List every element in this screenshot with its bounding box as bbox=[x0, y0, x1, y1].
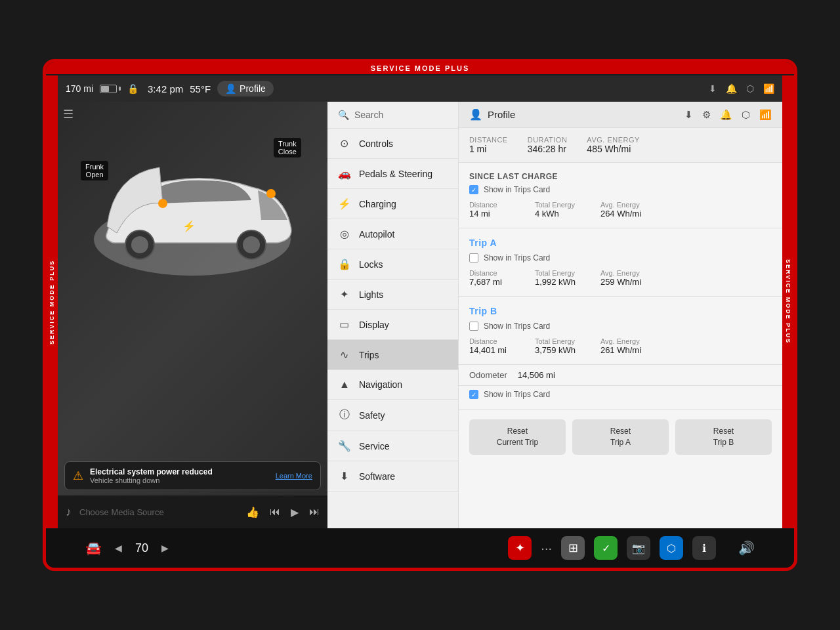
profile-button[interactable]: 👤 Profile bbox=[217, 81, 274, 96]
taskbar-app-info[interactable]: ℹ bbox=[692, 536, 716, 560]
odometer-checkbox[interactable] bbox=[469, 390, 478, 399]
center-menu: 🔍 Search ⊙ Controls 🚗 Pedals & Steering … bbox=[327, 102, 459, 528]
locks-label: Locks bbox=[359, 259, 383, 270]
menu-item-navigation[interactable]: ▲ Navigation bbox=[327, 370, 458, 400]
battery-icon bbox=[100, 85, 121, 93]
reset-trip-a-button[interactable]: Reset Trip A bbox=[572, 419, 669, 455]
car-svg: ⚡ bbox=[68, 135, 317, 305]
menu-item-service[interactable]: 🔧 Service bbox=[327, 431, 458, 461]
media-source-text[interactable]: Choose Media Source bbox=[79, 507, 238, 517]
locks-icon: 🔒 bbox=[338, 258, 351, 270]
navigation-label: Navigation bbox=[359, 379, 402, 390]
trip-a-total-energy: Total Energy 1,992 kWh bbox=[535, 269, 587, 287]
taskbar-app-bluetooth[interactable]: ⬡ bbox=[660, 536, 683, 560]
pedals-icon: 🚗 bbox=[338, 167, 351, 180]
lights-icon: ✦ bbox=[338, 288, 351, 301]
signal-profile-icon[interactable]: 📶 bbox=[759, 109, 772, 121]
volume-icon[interactable]: 🔊 bbox=[738, 540, 755, 556]
taskbar-apps: ✦ ··· ⊞ ✓ 📷 ⬡ ℹ 🔊 bbox=[508, 536, 755, 560]
svg-point-4 bbox=[243, 236, 260, 253]
svg-text:⚡: ⚡ bbox=[182, 220, 196, 232]
bluetooth-profile-icon[interactable]: ⬡ bbox=[742, 109, 750, 121]
profile-header-title: Profile bbox=[488, 109, 516, 120]
trip-a-checkbox[interactable] bbox=[469, 253, 478, 262]
summary-duration: Duration 346:28 hr bbox=[528, 136, 568, 154]
display-label: Display bbox=[359, 320, 389, 330]
search-row[interactable]: 🔍 Search bbox=[327, 102, 458, 129]
slc-total-energy-label: Total Energy bbox=[535, 201, 587, 209]
summary-avg-energy-label: Avg. Energy bbox=[587, 136, 639, 144]
summary-avg-energy-value: 485 Wh/mi bbox=[587, 144, 639, 154]
pedals-label: Pedals & Steering bbox=[359, 169, 432, 179]
summary-section: Distance 1 mi Duration 346:28 hr Avg. En… bbox=[459, 128, 782, 163]
taskbar-app-grid[interactable]: ⊞ bbox=[561, 536, 585, 560]
reset-buttons-row: Reset Current Trip Reset Trip A Reset Tr… bbox=[459, 410, 782, 464]
since-last-charge-stats: Distance 14 mi Total Energy 4 kWh Avg. E… bbox=[469, 201, 772, 219]
menu-item-controls[interactable]: ⊙ Controls bbox=[327, 129, 458, 159]
speed-display: 70 bbox=[135, 541, 148, 555]
trip-b-checkbox-row: Show in Trips Card bbox=[469, 322, 772, 331]
download-icon: ⬇ bbox=[709, 83, 717, 94]
trip-b-total-energy-value: 3,759 kWh bbox=[535, 345, 587, 355]
search-icon: 🔍 bbox=[338, 110, 349, 120]
lights-label: Lights bbox=[359, 289, 383, 300]
time-display: 3:42 pm bbox=[148, 83, 183, 94]
odometer-checkbox-label: Show in Trips Card bbox=[484, 390, 550, 399]
menu-item-display[interactable]: ▭ Display bbox=[327, 310, 458, 340]
profile-icons-row: ⬇ ⚙ 🔔 ⬡ 📶 bbox=[684, 109, 772, 121]
learn-more-link[interactable]: Learn More bbox=[276, 472, 312, 480]
autopilot-label: Autopilot bbox=[359, 229, 394, 240]
taskbar-app-red[interactable]: ✦ bbox=[508, 536, 532, 560]
summary-distance-label: Distance bbox=[469, 136, 508, 144]
trip-a-avg-energy: Avg. Energy 259 Wh/mi bbox=[600, 269, 653, 287]
signal-icon: 📶 bbox=[763, 83, 774, 94]
svg-point-5 bbox=[158, 199, 167, 208]
speed-increase-button[interactable]: ▶ bbox=[161, 543, 169, 553]
menu-item-autopilot[interactable]: ◎ Autopilot bbox=[327, 219, 458, 249]
taskbar-car-icon[interactable]: 🚘 bbox=[85, 540, 102, 556]
taskbar-app-green[interactable]: ✓ bbox=[594, 536, 618, 560]
software-label: Software bbox=[359, 471, 395, 482]
menu-item-pedals[interactable]: 🚗 Pedals & Steering bbox=[327, 159, 458, 189]
settings-profile-icon[interactable]: ⚙ bbox=[702, 109, 711, 121]
menu-item-safety[interactable]: ⓘ Safety bbox=[327, 400, 458, 431]
trip-a-section: Trip A Show in Trips Card Distance 7,687… bbox=[459, 228, 782, 297]
reset-current-trip-button[interactable]: Reset Current Trip bbox=[469, 419, 566, 455]
trip-b-checkbox[interactable] bbox=[469, 322, 478, 331]
trip-b-section: Trip B Show in Trips Card Distance 14,40… bbox=[459, 297, 782, 365]
previous-track-button[interactable]: ⏮ bbox=[270, 506, 280, 518]
trip-b-distance-label: Distance bbox=[469, 337, 522, 345]
taskbar-more-icon[interactable]: ··· bbox=[541, 541, 552, 556]
reset-trip-b-button[interactable]: Reset Trip B bbox=[675, 419, 772, 455]
service-banner-left: SERVICE MODE PLUS bbox=[46, 75, 58, 528]
charging-icon: ⚡ bbox=[338, 198, 351, 210]
since-last-charge-checkbox[interactable] bbox=[469, 185, 478, 194]
slc-distance-label: Distance bbox=[469, 201, 522, 209]
thumbs-up-button[interactable]: 👍 bbox=[246, 506, 259, 518]
menu-item-charging[interactable]: ⚡ Charging bbox=[327, 189, 458, 219]
profile-header-icon: 👤 bbox=[469, 108, 482, 121]
display-icon: ▭ bbox=[338, 318, 351, 331]
trip-a-title: Trip A bbox=[469, 238, 772, 248]
notification-icon[interactable]: 🔔 bbox=[720, 109, 732, 121]
menu-item-locks[interactable]: 🔒 Locks bbox=[327, 249, 458, 280]
safety-label: Safety bbox=[359, 410, 385, 421]
play-pause-button[interactable]: ▶ bbox=[291, 506, 299, 518]
taskbar-app-camera[interactable]: 📷 bbox=[627, 536, 650, 560]
slc-avg-energy-value: 264 Wh/mi bbox=[600, 209, 653, 219]
speed-decrease-button[interactable]: ◀ bbox=[115, 543, 122, 553]
slc-total-energy-value: 4 kWh bbox=[535, 209, 587, 219]
trip-b-avg-energy-value: 261 Wh/mi bbox=[600, 345, 653, 355]
download-profile-icon[interactable]: ⬇ bbox=[684, 109, 693, 121]
safety-icon: ⓘ bbox=[338, 408, 351, 422]
right-panel: 👤 Profile ⬇ ⚙ 🔔 ⬡ 📶 Distance bbox=[459, 102, 782, 528]
next-track-button[interactable]: ⏭ bbox=[309, 506, 320, 518]
profile-icon: 👤 bbox=[225, 83, 236, 94]
trips-label: Trips bbox=[359, 350, 379, 360]
menu-item-software[interactable]: ⬇ Software bbox=[327, 461, 458, 492]
taskbar: 🚘 ◀ 70 ▶ ✦ ··· ⊞ ✓ 📷 ⬡ ℹ 🔊 bbox=[46, 528, 794, 568]
menu-item-trips[interactable]: ∿ Trips bbox=[327, 340, 458, 370]
car-panel: ☰ bbox=[58, 102, 327, 528]
trip-b-distance: Distance 14,401 mi bbox=[469, 337, 522, 355]
menu-item-lights[interactable]: ✦ Lights bbox=[327, 280, 458, 310]
